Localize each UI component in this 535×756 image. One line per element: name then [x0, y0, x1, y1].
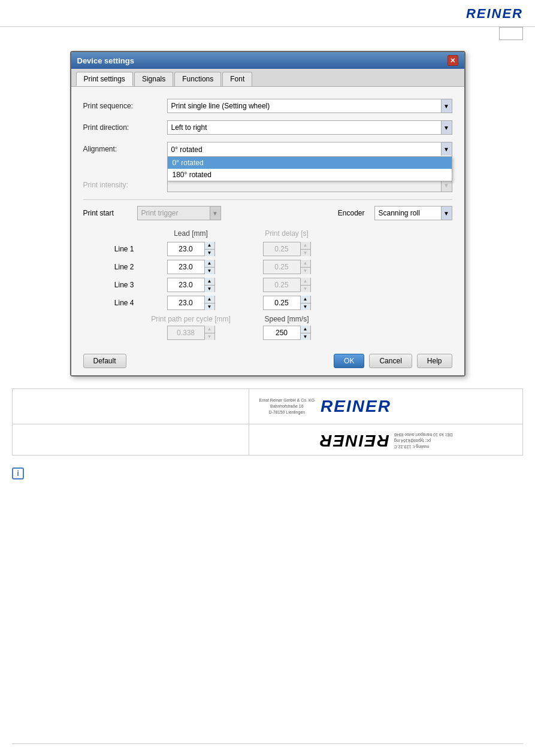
- line-2-lead-buttons: ▲ ▼: [204, 260, 214, 274]
- line-4-lead-spinner[interactable]: 23.0 ▲ ▼: [167, 296, 215, 310]
- page-header: REINER: [0, 0, 535, 27]
- line-3-label: Line 3: [89, 281, 143, 289]
- encoder-label: Encoder: [338, 209, 365, 217]
- table-row-1: Ernst Reiner GmbH & Co. KGBahnhofstraße …: [13, 389, 523, 424]
- print-path-label: Print path per cycle [mm]: [143, 315, 239, 323]
- alignment-value: 0° rotated: [171, 145, 448, 154]
- path-empty2: [89, 326, 143, 340]
- print-start-label: Print start: [83, 209, 131, 217]
- speed-buttons: ▲ ▼: [300, 326, 310, 340]
- line-4-lead-value: 23.0: [168, 299, 204, 307]
- line-3-lead-down[interactable]: ▼: [205, 285, 214, 293]
- line-1-row: Line 1 23.0 ▲ ▼: [89, 242, 452, 256]
- line-4-row: Line 4 23.0 ▲ ▼: [89, 296, 452, 310]
- line-1-delay-buttons: ▲ ▼: [300, 242, 310, 256]
- line-4-delay-spinner[interactable]: 0.25 ▲ ▼: [263, 296, 311, 310]
- line-4-delay-cell: 0.25 ▲ ▼: [239, 296, 335, 310]
- alignment-dropdown: 0° rotated 180° rotated: [167, 156, 452, 181]
- line-2-lead-value: 23.0: [168, 263, 204, 271]
- print-path-cell: 0.338 ▲ ▼: [143, 326, 239, 340]
- print-path-buttons: ▲ ▼: [204, 326, 214, 340]
- close-button[interactable]: ✕: [448, 55, 458, 66]
- line-4-delay-down[interactable]: ▼: [301, 303, 310, 311]
- print-trigger-value: Print trigger: [141, 209, 179, 217]
- line-1-lead-buttons: ▲ ▼: [204, 242, 214, 256]
- line-2-lead-down[interactable]: ▼: [205, 267, 214, 275]
- line-4-lead-down[interactable]: ▼: [205, 303, 214, 311]
- info-box: i: [12, 467, 523, 479]
- line-1-lead-spinner[interactable]: 23.0 ▲ ▼: [167, 242, 215, 256]
- lines-empty-header: [89, 227, 143, 239]
- print-direction-control: Left to right ▼: [167, 120, 452, 135]
- page-number-box: [499, 27, 523, 40]
- print-sequence-select[interactable]: Print single line (Setting wheel) ▼: [167, 99, 452, 113]
- line-4-delay-up[interactable]: ▲: [301, 296, 310, 303]
- lines-container: Line 1 23.0 ▲ ▼: [89, 242, 452, 310]
- help-button[interactable]: Help: [417, 354, 452, 368]
- line-3-delay-cell: 0.25 ▲ ▼: [239, 278, 335, 292]
- stamp-address-rotated: mailing-t: 123.22.Cpc: typist@k164.ingDE…: [394, 432, 453, 449]
- default-button[interactable]: Default: [83, 354, 126, 368]
- line-1-delay-value: 0.25: [264, 245, 300, 253]
- stamp-logo-normal: REINER: [321, 397, 391, 416]
- print-sequence-label: Print sequence:: [83, 102, 167, 110]
- dialog-footer: Default OK Cancel Help: [71, 349, 464, 375]
- encoder-select[interactable]: Scanning roll ▼: [374, 206, 452, 220]
- alignment-option-0deg[interactable]: 0° rotated: [168, 157, 452, 169]
- print-intensity-label: Print intensity:: [83, 181, 167, 189]
- print-sequence-arrow: ▼: [441, 99, 452, 113]
- print-path-down: ▼: [205, 333, 214, 341]
- alignment-option-180deg[interactable]: 180° rotated: [168, 169, 452, 181]
- alignment-control: 0° rotated ▼ 0° rotated 180° rotated: [167, 142, 452, 156]
- device-settings-dialog: Device settings ✕ Print settings Signals…: [70, 51, 466, 377]
- line-2-lead-spinner[interactable]: 23.0 ▲ ▼: [167, 260, 215, 274]
- line-2-row: Line 2 23.0 ▲ ▼: [89, 260, 452, 274]
- line-4-delay-value: 0.25: [264, 299, 300, 307]
- reiner-logo: REINER: [466, 6, 523, 22]
- print-direction-label: Print direction:: [83, 123, 167, 132]
- examples-table: Ernst Reiner GmbH & Co. KGBahnhofstraße …: [12, 388, 523, 456]
- path-speed-section: Print path per cycle [mm] Speed [mm/s] 0…: [89, 315, 452, 340]
- tab-signals[interactable]: Signals: [134, 72, 173, 86]
- path-empty: [89, 315, 143, 326]
- line-1-lead-up[interactable]: ▲: [205, 242, 214, 249]
- line-3-delay-buttons: ▲ ▼: [300, 278, 310, 292]
- tab-font[interactable]: Font: [222, 72, 252, 86]
- ok-button[interactable]: OK: [334, 354, 364, 368]
- tab-print-settings[interactable]: Print settings: [76, 72, 133, 86]
- line-1-delay-up: ▲: [301, 242, 310, 249]
- line-2-delay-up: ▲: [301, 260, 310, 267]
- section-divider: [83, 199, 452, 200]
- line-3-row: Line 3 23.0 ▲ ▼: [89, 278, 452, 292]
- dialog-title: Device settings: [77, 56, 134, 65]
- line-1-lead-value: 23.0: [168, 245, 204, 253]
- line-4-lead-up[interactable]: ▲: [205, 296, 214, 303]
- speed-spinner[interactable]: 250 ▲ ▼: [263, 326, 311, 340]
- line-1-lead-down[interactable]: ▼: [205, 249, 214, 257]
- line-2-delay-spinner: 0.25 ▲ ▼: [263, 260, 311, 274]
- print-direction-select[interactable]: Left to right ▼: [167, 120, 452, 135]
- dialog-tabs: Print settings Signals Functions Font: [71, 69, 464, 86]
- line-2-delay-cell: 0.25 ▲ ▼: [239, 260, 335, 274]
- info-icon: i: [12, 467, 24, 479]
- line-4-lead-buttons: ▲ ▼: [204, 296, 214, 310]
- dialog-body: Print sequence: Print single line (Setti…: [71, 86, 464, 349]
- line-3-delay-down: ▼: [301, 285, 310, 293]
- tab-functions[interactable]: Functions: [174, 72, 221, 86]
- alignment-arrow: ▼: [441, 142, 452, 156]
- cancel-button[interactable]: Cancel: [369, 354, 412, 368]
- page-footer: [12, 743, 523, 747]
- table-row-2-right: mailing-t: 123.22.Cpc: typist@k164.ingDE…: [249, 424, 522, 456]
- print-delay-header: Print delay [s]: [239, 227, 335, 239]
- line-1-delay-down: ▼: [301, 249, 310, 257]
- line-2-lead-up[interactable]: ▲: [205, 260, 214, 267]
- table-row-2: mailing-t: 123.22.Cpc: typist@k164.ingDE…: [13, 424, 523, 456]
- table-row-1-right: Ernst Reiner GmbH & Co. KGBahnhofstraße …: [249, 389, 522, 424]
- speed-down[interactable]: ▼: [301, 333, 310, 341]
- dialog-titlebar: Device settings ✕: [71, 52, 464, 69]
- line-3-lead-up[interactable]: ▲: [205, 278, 214, 285]
- alignment-select[interactable]: 0° rotated ▼: [167, 142, 452, 156]
- line-3-lead-spinner[interactable]: 23.0 ▲ ▼: [167, 278, 215, 292]
- speed-up[interactable]: ▲: [301, 326, 310, 333]
- line-4-lead-cell: 23.0 ▲ ▼: [143, 296, 239, 310]
